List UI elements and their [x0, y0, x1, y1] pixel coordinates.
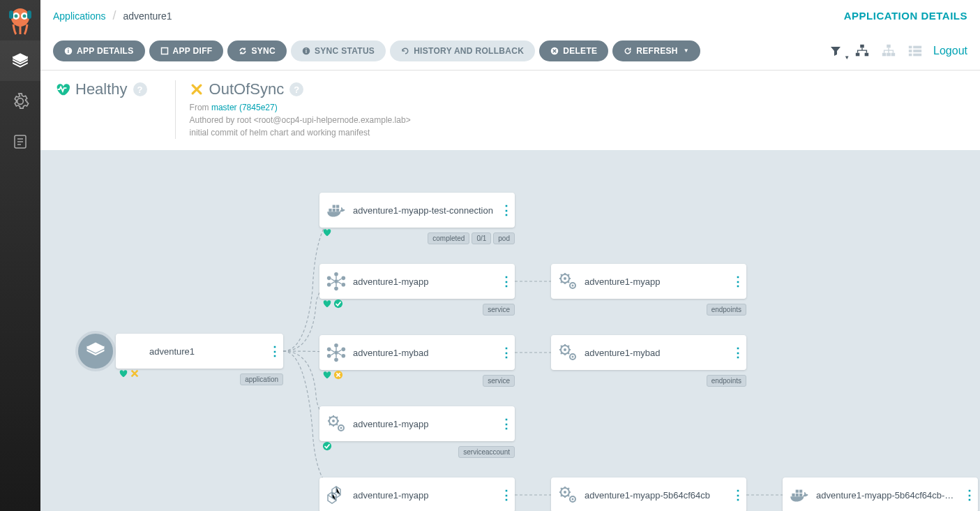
history-rollback-button[interactable]: HISTORY AND ROLLBACK: [390, 40, 535, 61]
node-service[interactable]: adventure1-myapp ⋮ service: [319, 264, 515, 299]
node-menu-icon[interactable]: ⋮: [497, 416, 515, 431]
node-menu-icon[interactable]: ⋮: [728, 274, 746, 289]
svg-point-60: [332, 420, 335, 422]
node-menu-icon[interactable]: ⋮: [497, 345, 515, 360]
svg-point-68: [572, 498, 574, 501]
list-view-icon[interactable]: [907, 43, 924, 59]
svg-rect-29: [913, 53, 921, 56]
sync-status-button[interactable]: iSYNC STATUS: [291, 40, 386, 61]
node-title: adventure1-myapp-5b64cf64cb: [585, 490, 728, 501]
filter-icon[interactable]: [827, 43, 844, 59]
node-title: adventure1-myapp-5b64cf64cb-c5...: [816, 490, 960, 501]
node-title: adventure1-myapp: [353, 276, 497, 287]
svg-point-47: [334, 350, 338, 355]
node-title: adventure1-mybad: [585, 348, 728, 358]
svg-rect-33: [333, 205, 336, 208]
health-badge-icon: [322, 299, 332, 309]
help-icon[interactable]: ?: [133, 82, 147, 96]
svg-point-58: [572, 356, 574, 358]
node-menu-icon[interactable]: ⋮: [728, 487, 746, 503]
tag: 0/1: [472, 232, 491, 244]
node-endpoints-bad[interactable]: adventure1-mybad ⋮ endpoints: [551, 335, 746, 370]
node-menu-icon[interactable]: ⋮: [960, 487, 978, 503]
svg-rect-23: [891, 52, 896, 56]
health-badge-icon: [322, 370, 332, 380]
node-menu-icon[interactable]: ⋮: [728, 345, 746, 360]
out-of-sync-icon: [190, 82, 204, 96]
argo-logo: [0, 0, 40, 40]
network-view-icon[interactable]: [880, 43, 897, 59]
gears-icon: [551, 265, 585, 298]
svg-point-36: [334, 272, 338, 276]
out-of-sync-badge-icon: [333, 370, 343, 380]
node-replicaset[interactable]: adventure1-myapp-5b64cf64cb ⋮ rev:1repli…: [551, 477, 746, 511]
app-diff-button[interactable]: APP DIFF: [149, 40, 224, 61]
node-menu-icon[interactable]: ⋮: [265, 343, 283, 359]
svg-point-51: [334, 358, 338, 362]
svg-point-56: [564, 348, 566, 351]
svg-point-49: [342, 348, 346, 352]
svg-rect-28: [909, 53, 912, 56]
node-menu-icon[interactable]: ⋮: [497, 487, 515, 503]
node-pod[interactable]: adventure1-myapp-5b64cf64cb-c5... ⋮ runn…: [783, 477, 978, 511]
logout-link[interactable]: Logout: [933, 45, 967, 57]
node-serviceaccount[interactable]: adventure1-myapp ⋮ serviceaccount: [319, 406, 515, 441]
service-icon: [319, 336, 353, 369]
node-deployment[interactable]: adventure1-myapp ⋮ rev:1deployment: [319, 477, 515, 511]
svg-point-35: [334, 279, 338, 283]
svg-point-66: [564, 491, 566, 494]
tag: service: [483, 304, 515, 316]
node-title: adventure1-myapp: [353, 419, 497, 429]
status-bar: Healthy ? OutOfSync ? From master (7845e…: [40, 71, 980, 151]
svg-rect-24: [909, 45, 912, 48]
nav-docs-icon[interactable]: [0, 121, 40, 162]
node-endpoints[interactable]: adventure1-myapp ⋮ endpoints: [551, 264, 746, 299]
svg-rect-32: [336, 209, 339, 212]
tree-view-icon[interactable]: [854, 43, 870, 59]
help-icon[interactable]: ?: [289, 82, 303, 96]
application-details-link[interactable]: APPLICATION DETAILS: [844, 10, 967, 22]
sync-button[interactable]: SYNC: [227, 40, 287, 61]
svg-point-62: [340, 427, 342, 429]
breadcrumb: Applications / adventure1 APPLICATION DE…: [40, 0, 980, 31]
svg-point-40: [327, 283, 331, 287]
revision-link[interactable]: master (7845e27): [211, 103, 278, 112]
nav-settings-icon[interactable]: [0, 81, 40, 121]
svg-rect-71: [799, 494, 802, 496]
heart-icon: [54, 82, 70, 97]
nav-applications-icon[interactable]: [0, 40, 40, 81]
deployment-icon: [319, 478, 353, 511]
delete-button[interactable]: DELETE: [539, 40, 608, 61]
node-menu-icon[interactable]: ⋮: [497, 274, 515, 289]
commit-message: initial commit of helm chart and working…: [190, 128, 370, 138]
tag: serviceaccount: [458, 446, 515, 458]
app-details-button[interactable]: iAPP DETAILS: [53, 40, 145, 61]
node-service-bad[interactable]: adventure1-mybad ⋮ service: [319, 335, 515, 370]
breadcrumb-root[interactable]: Applications: [53, 10, 106, 22]
sync-badge-icon: [130, 369, 140, 378]
svg-point-37: [342, 276, 346, 281]
breadcrumb-current: adventure1: [123, 10, 172, 22]
svg-point-48: [334, 343, 338, 348]
resource-tree[interactable]: adventure1 ⋮ application adventure1-myap…: [40, 151, 980, 511]
svg-point-4: [23, 15, 27, 18]
svg-text:i: i: [306, 48, 308, 54]
sync-status-label: OutOfSync: [209, 80, 285, 98]
svg-rect-34: [336, 205, 339, 208]
svg-rect-6: [27, 10, 31, 19]
gears-icon: [551, 478, 585, 511]
svg-rect-22: [887, 52, 891, 56]
tag: pod: [493, 232, 515, 244]
node-menu-icon[interactable]: ⋮: [497, 202, 515, 218]
svg-point-50: [342, 354, 346, 358]
svg-rect-70: [796, 494, 799, 496]
node-pod-test[interactable]: adventure1-myapp-test-connection ⋮ compl…: [319, 193, 515, 228]
svg-point-52: [327, 354, 331, 358]
tag: service: [483, 375, 515, 387]
commit-author: Authored by root <root@ocp4-upi-helperno…: [190, 115, 411, 125]
node-application[interactable]: adventure1 ⋮ application: [116, 334, 283, 369]
refresh-button[interactable]: REFRESH▼: [612, 40, 700, 61]
svg-rect-72: [796, 490, 799, 493]
svg-point-44: [564, 277, 566, 280]
svg-point-63: [323, 442, 331, 450]
